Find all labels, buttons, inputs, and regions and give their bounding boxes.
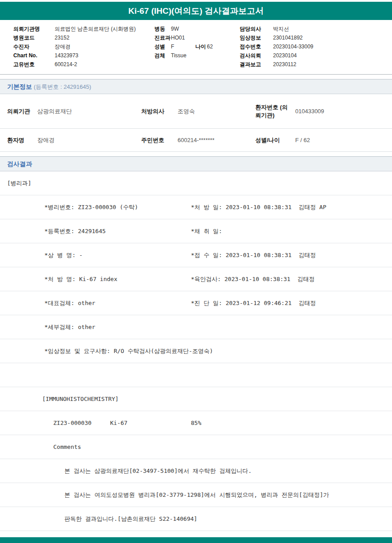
meta-value: 14323973 [55, 52, 78, 59]
page-title: Ki-67 (IHC)(여의도) 검사결과보고서 [128, 6, 264, 16]
result-line-comment: 본 검사는 삼광의료재단[02-3497-5100]에서 재수탁한 검체입니다. [0, 459, 392, 483]
result-line-clinical-info: *임상정보 및 요구사항: R/O 수탁검사(삼광의료재단-조영숙) [0, 339, 392, 363]
meta-value: 20230104 [273, 52, 297, 59]
cell-label: 환자번호 (의뢰기관) [255, 103, 295, 119]
meta-label: 성별 [154, 42, 171, 51]
result-line: *등록번호: 24291645*채 취 일: [0, 219, 392, 243]
result-line-department: [병리과] [0, 171, 392, 195]
meta-value: 장애경 [55, 44, 71, 50]
result-line-ihc-header: [IMMUNOHISTOCHEMISTRY] [0, 387, 392, 411]
report-title-bar: Ki-67 (IHC)(여의도) 검사결과보고서 [0, 2, 392, 20]
result-field: [IMMUNOHISTOCHEMISTRY] [42, 396, 119, 402]
meta-row: 진료과HO01 [154, 33, 240, 42]
test-result-value: 85% [191, 420, 201, 426]
section-header-basic-info: 기본정보(등록번호 : 24291645) [0, 79, 392, 94]
result-field: *병리번호: ZI23-000030 (수탁) [44, 203, 191, 211]
test-name: Ki-67 [110, 420, 191, 426]
meta-value: 62 [207, 44, 213, 50]
cell-value: F / 62 [295, 137, 392, 143]
section-title: 검사결과 [7, 160, 32, 167]
meta-value: 의료법인 남촌의료재단 (시화병원) [55, 26, 136, 32]
result-field: *상 병 명: - [44, 251, 191, 259]
meta-label: 임상정보 [240, 33, 273, 42]
result-line: *처 방 명: Ki-67 index*육안검사: 2023-01-10 08:… [0, 267, 392, 291]
meta-label: 검체 [154, 51, 171, 60]
cell-label: 처방의사 [141, 107, 178, 115]
result-line-ihc-value: ZI23-000030Ki-6785% [0, 411, 392, 435]
cell-value: 장애경 [37, 136, 141, 144]
meta-row: 병동9W [154, 24, 240, 33]
meta-label: 진료과 [154, 33, 171, 42]
cell-value: 010433009 [295, 108, 392, 115]
result-field: *등록번호: 24291645 [44, 227, 191, 235]
department-label: [병리과] [7, 179, 32, 187]
cell-value: 조영숙 [178, 107, 255, 115]
result-field: *접 수 일: 2023-01-10 08:38:31 김태정 [191, 251, 316, 259]
meta-value: F [171, 42, 195, 51]
meta-label: 결과보고 [240, 60, 273, 69]
spacer [0, 75, 392, 79]
section-subtitle: (등록번호 : 24291645) [34, 83, 91, 90]
meta-label: 의뢰기관명 [13, 24, 55, 33]
spacer [0, 152, 392, 156]
result-field: *진 단 일: 2023-01-12 09:46:21 김태정 [191, 299, 316, 307]
meta-value: Tissue [171, 52, 186, 59]
meta-value: 20230104-33009 [273, 44, 313, 50]
cell-value: 600214-******* [178, 137, 255, 143]
meta-row: 수진자장애경 [13, 42, 154, 51]
result-line: *세부검체: other [0, 315, 392, 339]
result-line-empty [0, 363, 392, 387]
meta-row: 고유번호600214-2 [13, 60, 154, 69]
result-line: *상 병 명: -*접 수 일: 2023-01-10 08:38:31 김태정 [0, 243, 392, 267]
cell-label: 성별/나이 [255, 136, 295, 144]
basic-info-table: 의뢰기관 삼광의료재단 처방의사 조영숙 환자번호 (의뢰기관) 0104330… [0, 94, 392, 152]
results-body: [병리과] *병리번호: ZI23-000030 (수탁)*처 방 일: 202… [0, 171, 392, 531]
meta-row: 결과보고20230112 [240, 60, 392, 69]
comment-text: 본 검사는 삼광의료재단[02-3497-5100]에서 재수탁한 검체입니다. [64, 467, 252, 475]
meta-row: 접수번호20230104-33009 [240, 42, 392, 51]
meta-label: 접수번호 [240, 42, 273, 51]
meta-row: 검사의뢰20230104 [240, 51, 392, 60]
report-meta: 의뢰기관명의료법인 남촌의료재단 (시화병원) 병원코드23152 수진자장애경… [0, 20, 392, 75]
meta-row: Chart No.14323973 [13, 51, 154, 60]
meta-value: 600214-2 [55, 61, 77, 67]
comment-text: 판독한 결과입니다.[남촌의료재단 S22-140694] [64, 515, 197, 523]
meta-column-left: 의뢰기관명의료법인 남촌의료재단 (시화병원) 병원코드23152 수진자장애경… [13, 24, 154, 69]
result-field: Comments [53, 444, 81, 450]
meta-value: 23152 [55, 35, 69, 41]
meta-row: 의뢰기관명의료법인 남촌의료재단 (시화병원) [13, 24, 154, 33]
cell-label: 주민번호 [141, 136, 178, 144]
meta-value: HO01 [171, 35, 185, 41]
result-field: *처 방 일: 2023-01-10 08:38:31 김태정 AP [191, 203, 326, 211]
result-line: *대표검체: other*진 단 일: 2023-01-12 09:46:21 … [0, 291, 392, 315]
section-title: 기본정보 [7, 83, 32, 90]
cell-label: 의뢰기관 [7, 107, 37, 115]
meta-value: 9W [171, 26, 179, 32]
meta-row: 임상정보2301041892 [240, 33, 392, 42]
meta-row-sex-age: 성별F나이62 [154, 42, 240, 51]
meta-column-right: 담당의사박지선 임상정보2301041892 접수번호20230104-3300… [240, 24, 392, 69]
specimen-id: ZI23-000030 [53, 420, 110, 426]
result-line: *병리번호: ZI23-000030 (수탁)*처 방 일: 2023-01-1… [0, 195, 392, 219]
cell-label: 환자명 [7, 136, 37, 144]
result-field: *대표검체: other [44, 299, 191, 307]
meta-label: Chart No. [13, 51, 55, 60]
meta-label: 병원코드 [13, 33, 55, 42]
meta-value: 2301041892 [273, 35, 303, 41]
meta-label: 수진자 [13, 42, 55, 51]
meta-label: 고유번호 [13, 60, 55, 69]
section-header-results: 검사결과 [0, 156, 392, 171]
result-field: *세부검체: other [44, 323, 191, 331]
result-field: *채 취 일: [191, 227, 222, 235]
result-line-comment: 본 검사는 여의도성모병원 병리과[02-3779-1298]에서 시행되었으며… [0, 483, 392, 507]
meta-label: 나이 [195, 42, 207, 51]
meta-label: 병동 [154, 24, 171, 33]
footer-bar [0, 537, 392, 543]
result-line-comments-header: Comments [0, 435, 392, 459]
meta-value: 20230112 [273, 61, 297, 67]
comment-text: 본 검사는 여의도성모병원 병리과[02-3779-1298]에서 시행되었으며… [64, 491, 329, 499]
cell-value: 삼광의료재단 [37, 107, 141, 115]
meta-column-middle: 병동9W 진료과HO01 성별F나이62 검체Tissue [154, 24, 240, 69]
meta-row: 담당의사박지선 [240, 24, 392, 33]
meta-label: 담당의사 [240, 24, 273, 33]
